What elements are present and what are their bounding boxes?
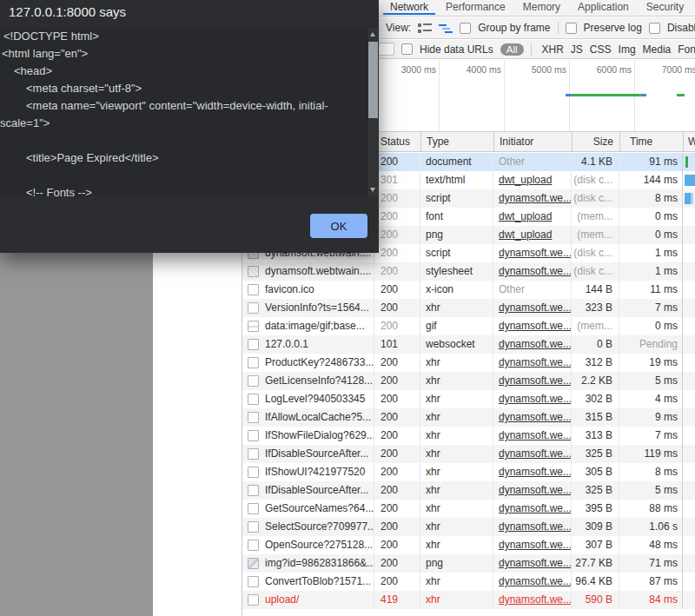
tab-memory[interactable]: Memory: [514, 0, 569, 16]
initiator-link[interactable]: dynamsoft.we...: [499, 356, 572, 368]
initiator-link[interactable]: dynamsoft.we...: [499, 192, 572, 204]
initiator-link[interactable]: dwt_upload: [499, 210, 552, 222]
cell-waterfall: [683, 481, 695, 500]
network-row[interactable]: dynamsoft.webtwain....200stylesheetdynam…: [242, 262, 695, 281]
cell-name: OpenSource?275128...: [242, 536, 374, 554]
cell-size: (disk c...: [572, 171, 619, 189]
network-row[interactable]: LogLevel?940503345200xhrdynamsoft.we...3…: [242, 390, 695, 408]
network-row[interactable]: OpenSource?275128...200xhrdynamsoft.we..…: [242, 536, 695, 554]
filter-type-media[interactable]: Media: [643, 43, 672, 56]
cell-name: IfAllowLocalCache?5...: [242, 408, 374, 427]
filter-type-font[interactable]: Font: [678, 43, 695, 56]
request-name: ConvertToBlob?1571...: [265, 573, 371, 591]
initiator-link[interactable]: dynamsoft.we...: [499, 374, 572, 387]
tab-security[interactable]: Security: [638, 0, 692, 16]
column-header-size[interactable]: Size: [572, 132, 619, 152]
cell-initiator: dynamsoft.we...: [493, 554, 572, 573]
cell-time: 9 ms: [619, 408, 683, 427]
cell-time: 8 ms: [619, 189, 683, 208]
cell-name: VersionInfo?ts=1564...: [242, 299, 374, 317]
cell-type: document: [420, 153, 493, 171]
filter-type-js[interactable]: JS: [571, 43, 583, 56]
request-name: favicon.ico: [265, 281, 314, 299]
filter-type-css[interactable]: CSS: [590, 43, 612, 56]
tab-application[interactable]: Application: [569, 0, 638, 16]
cell-name: IfDisableSourceAfter...: [242, 481, 374, 500]
show-overview-icon[interactable]: [439, 23, 453, 34]
dialog-code: <!DOCTYPE html><html lang="en"><head><me…: [0, 28, 368, 196]
cell-status: 200: [374, 244, 420, 262]
preserve-log-checkbox[interactable]: [566, 23, 577, 34]
column-header-time[interactable]: Time: [619, 132, 683, 152]
group-by-frame-checkbox[interactable]: [460, 23, 471, 34]
network-row[interactable]: IfDisableSourceAfter...200xhrdynamsoft.w…: [242, 445, 695, 463]
network-row[interactable]: ProductKey?2486733...200xhrdynamsoft.we.…: [242, 354, 695, 372]
column-header-waterfall[interactable]: Waterfall: [683, 132, 695, 152]
network-row[interactable]: GetLicenseInfo?4128...200xhrdynamsoft.we…: [242, 372, 695, 390]
network-row[interactable]: IfAllowLocalCache?5...200xhrdynamsoft.we…: [242, 408, 695, 427]
initiator-link[interactable]: dynamsoft.we...: [499, 557, 572, 569]
column-header-initiator[interactable]: Initiator: [493, 132, 572, 152]
network-row[interactable]: VersionInfo?ts=1564...200xhrdynamsoft.we…: [242, 299, 695, 317]
filter-input[interactable]: [378, 43, 394, 56]
cell-time: 48 ms: [619, 536, 683, 554]
timeline-label: 6000 ms: [562, 64, 632, 75]
scroll-thumb[interactable]: [368, 42, 378, 118]
network-row[interactable]: data:image/gif;base...200gifdynamsoft.we…: [242, 317, 695, 335]
cell-size: 27.7 KB: [572, 554, 619, 573]
initiator-link[interactable]: dynamsoft.we...: [499, 539, 572, 551]
cell-status: 200: [374, 354, 420, 372]
initiator-link[interactable]: dynamsoft.we...: [499, 502, 572, 514]
cell-size: 325 B: [572, 445, 619, 463]
filter-type-img[interactable]: Img: [619, 43, 636, 56]
network-row[interactable]: IfShowUI?421977520200xhrdynamsoft.we...3…: [242, 463, 695, 481]
cell-type: xhr: [420, 299, 493, 317]
network-row[interactable]: upload/419xhrdynamsoft.we...590 B84 ms: [242, 591, 695, 609]
dialog-scrollbar[interactable]: [368, 28, 378, 196]
ok-button[interactable]: OK: [310, 214, 367, 238]
network-row[interactable]: IfShowFileDialog?629...200xhrdynamsoft.w…: [242, 427, 695, 445]
cell-size: 302 B: [572, 390, 619, 408]
view-label: View:: [386, 22, 411, 34]
initiator-link[interactable]: dwt_upload: [499, 174, 552, 186]
large-request-rows-icon[interactable]: [418, 23, 432, 34]
network-row[interactable]: 127.0.0.1101websocketdynamsoft.we...0 BP…: [242, 335, 695, 354]
initiator-link[interactable]: dynamsoft.we...: [499, 429, 572, 441]
disable-cache-checkbox[interactable]: [649, 23, 660, 34]
column-header-status[interactable]: Status: [374, 132, 420, 152]
scroll-up-icon[interactable]: [370, 32, 375, 36]
cell-type: websocket: [420, 335, 493, 354]
cell-initiator: dynamsoft.we...: [493, 262, 572, 281]
initiator-link[interactable]: dynamsoft.we...: [499, 447, 572, 460]
initiator-link[interactable]: dynamsoft.we...: [499, 484, 572, 496]
network-row[interactable]: GetSourceNames?64...200xhrdynamsoft.we..…: [242, 500, 695, 518]
scroll-down-icon[interactable]: [370, 188, 375, 192]
initiator-link[interactable]: dynamsoft.we...: [499, 466, 572, 478]
initiator-link[interactable]: dynamsoft.we...: [499, 338, 572, 350]
initiator-link[interactable]: dynamsoft.we...: [499, 520, 572, 533]
network-row[interactable]: ConvertToBlob?1571...200xhrdynamsoft.we.…: [242, 573, 695, 591]
code-line: <meta charset="utf-8">: [0, 80, 368, 97]
cell-status: 101: [374, 335, 420, 354]
initiator-link[interactable]: dynamsoft.we...: [499, 411, 572, 423]
tab-network[interactable]: Network: [381, 0, 437, 16]
initiator-link[interactable]: dynamsoft.we...: [499, 301, 572, 314]
cell-name: IfShowUI?421977520: [242, 463, 374, 481]
initiator-link[interactable]: dynamsoft.we...: [499, 393, 572, 405]
initiator-link[interactable]: dynamsoft.we...: [499, 593, 572, 606]
network-row[interactable]: favicon.ico200x-iconOther144 B11 ms: [242, 281, 695, 299]
initiator-link[interactable]: dynamsoft.we...: [499, 575, 572, 587]
initiator-link[interactable]: dynamsoft.we...: [499, 247, 572, 259]
column-header-type[interactable]: Type: [420, 132, 493, 152]
initiator-link[interactable]: dynamsoft.we...: [499, 265, 572, 277]
tab-performance[interactable]: Performance: [437, 0, 514, 16]
network-row[interactable]: img?id=9862831866&...200pngdynamsoft.we.…: [242, 554, 695, 573]
filter-type-xhr[interactable]: XHR: [542, 43, 564, 56]
initiator-link[interactable]: dwt_upload: [499, 229, 552, 241]
hide-data-urls-checkbox[interactable]: [401, 43, 413, 55]
initiator-link[interactable]: dynamsoft.we...: [499, 320, 572, 332]
filter-pill-all[interactable]: All: [500, 43, 524, 56]
file-icon: [248, 430, 259, 441]
network-row[interactable]: IfDisableSourceAfter...200xhrdynamsoft.w…: [242, 481, 695, 500]
network-row[interactable]: SelectSource?709977...200xhrdynamsoft.we…: [242, 518, 695, 536]
